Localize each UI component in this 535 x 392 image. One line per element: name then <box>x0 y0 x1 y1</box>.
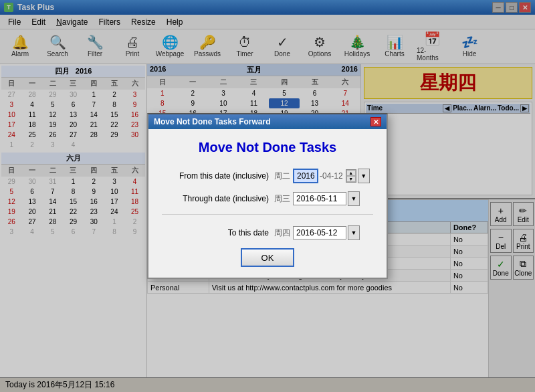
modal-close-button[interactable]: ✕ <box>370 117 381 126</box>
from-date-input[interactable] <box>293 169 318 183</box>
through-day-text: 周三 <box>274 193 290 205</box>
from-date-row: From this date (inclusive) 周二 -04-12 ▲ ▼… <box>162 169 373 183</box>
to-date-input-group: 周四 ▼ <box>274 225 360 240</box>
modal-title: Move Not Done Tasks Forward <box>154 117 270 126</box>
to-date-label: To this date <box>162 228 269 237</box>
modal-body: Move Not Done Tasks From this date (incl… <box>148 129 387 278</box>
through-date-label: Through date (inclusive) <box>162 194 269 203</box>
modal-dialog: Move Not Done Tasks Forward ✕ Move Not D… <box>147 113 388 279</box>
through-date-input-group: 周三 ▼ <box>274 191 360 206</box>
modal-overlay: Move Not Done Tasks Forward ✕ Move Not D… <box>0 0 535 392</box>
modal-button-row: OK <box>162 248 373 267</box>
from-date-label: From this date (inclusive) <box>162 171 269 181</box>
ok-button[interactable]: OK <box>241 248 294 267</box>
spin-down[interactable]: ▼ <box>346 176 356 182</box>
through-date-input[interactable] <box>293 192 346 205</box>
from-date-input-group: 周二 -04-12 ▲ ▼ ▼ <box>274 169 370 183</box>
from-date-spinner: ▲ ▼ <box>346 169 356 183</box>
spin-up[interactable]: ▲ <box>346 170 356 176</box>
to-day-text: 周四 <box>274 227 290 239</box>
through-date-row: Through date (inclusive) 周三 ▼ <box>162 191 373 206</box>
to-date-row: To this date 周四 ▼ <box>162 225 373 240</box>
from-date-rest: -04-12 <box>320 171 343 181</box>
modal-heading: Move Not Done Tasks <box>162 140 373 155</box>
from-day-text: 周二 <box>274 171 290 182</box>
modal-divider <box>162 214 373 215</box>
to-date-input[interactable] <box>293 226 346 239</box>
from-date-dropdown[interactable]: ▼ <box>358 169 370 183</box>
modal-title-bar: Move Not Done Tasks Forward ✕ <box>148 114 387 129</box>
through-date-dropdown[interactable]: ▼ <box>348 191 360 206</box>
to-date-dropdown[interactable]: ▼ <box>348 225 360 240</box>
